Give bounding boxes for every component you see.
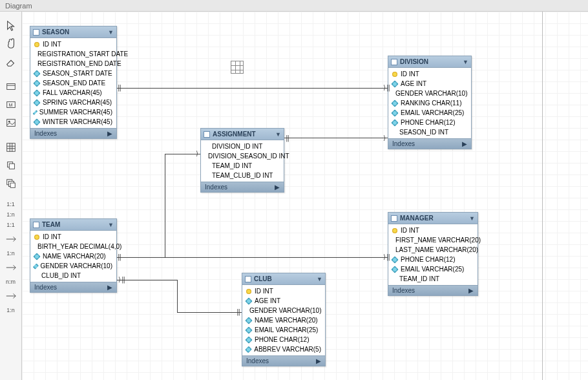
rel-1-n-a[interactable]: 1:n <box>6 211 15 218</box>
layer-tool[interactable]: M <box>3 97 19 112</box>
column-row[interactable]: CLUB_ID INT <box>30 271 116 280</box>
column-row[interactable]: GENDER VARCHAR(10) <box>30 261 116 271</box>
entity-title: ASSIGNMENT <box>213 131 256 138</box>
relationship-line <box>177 312 242 313</box>
collapse-icon[interactable]: ▼ <box>108 29 114 36</box>
entity-header[interactable]: MANAGER▼ <box>388 213 478 224</box>
expand-icon[interactable]: ▶ <box>275 184 280 191</box>
column-row[interactable]: TEAM_CLUB_ID INT <box>201 171 284 180</box>
column-row[interactable]: PHONE CHAR(12) <box>388 118 471 127</box>
column-row[interactable]: REGISTRATION_END DATE <box>30 59 116 69</box>
expand-icon[interactable]: ▶ <box>462 140 467 147</box>
expand-icon[interactable]: ▶ <box>316 357 321 364</box>
column-row[interactable]: NAME VARCHAR(20) <box>242 315 325 325</box>
rel-1-n-c[interactable]: 1:n <box>6 307 15 313</box>
column-row[interactable]: SEASON_ID INT <box>388 127 471 137</box>
column-row[interactable]: BIRTH_YEAR DECIMAL(4,0) <box>30 242 116 251</box>
column-row[interactable]: PHONE CHAR(12) <box>242 335 325 344</box>
column-row[interactable]: LAST_NAME VARCHAR(20) <box>388 245 478 255</box>
column-row[interactable]: SUMMER VARCHAR(45) <box>30 107 116 117</box>
entity-header[interactable]: CLUB▼ <box>242 273 325 285</box>
column-row[interactable]: SPRING VARCHAR(45) <box>30 98 116 107</box>
entity-footer[interactable]: Indexes▶ <box>30 282 116 292</box>
column-row[interactable]: TEAM_ID INT <box>388 274 478 284</box>
entity-header[interactable]: DIVISION▼ <box>388 56 471 68</box>
expand-icon[interactable]: ▶ <box>107 130 112 137</box>
svg-rect-4 <box>6 120 15 127</box>
svg-line-23 <box>13 293 16 296</box>
column-row[interactable]: GENDER VARCHAR(10) <box>388 89 471 98</box>
hand-tool[interactable] <box>3 36 19 52</box>
column-row[interactable]: ID INT <box>242 286 325 296</box>
entity-club[interactable]: CLUB▼ID INTAGE INTGENDER VARCHAR(10)NAME… <box>242 273 326 366</box>
column-text: ID INT <box>401 70 419 78</box>
column-icon <box>390 248 394 252</box>
column-row[interactable]: NAME VARCHAR(20) <box>30 251 116 261</box>
entity-header[interactable]: TEAM▼ <box>30 219 116 231</box>
rel-1-1-b[interactable]: 1:1 <box>6 222 15 228</box>
entity-team[interactable]: TEAM▼ID INTBIRTH_YEAR DECIMAL(4,0)NAME V… <box>30 218 117 293</box>
entity-body: ID INTFIRST_NAME VARCHAR(20)LAST_NAME VA… <box>388 224 478 285</box>
column-row[interactable]: RANKING CHAR(11) <box>388 98 471 108</box>
entity-footer[interactable]: Indexes▶ <box>388 285 478 295</box>
column-row[interactable]: DIVISION_SEASON_ID INT <box>201 151 284 161</box>
rel-icon-3[interactable] <box>3 288 19 304</box>
cardinality-icon: ⟩‖ <box>383 253 390 260</box>
collapse-icon[interactable]: ▼ <box>108 222 114 228</box>
entity-footer[interactable]: Indexes▶ <box>30 128 116 138</box>
diagram-canvas[interactable]: SEASON▼ID INTREGISTRATION_START DATEREGI… <box>22 12 588 380</box>
column-row[interactable]: ID INT <box>388 226 478 235</box>
rel-1-1-a[interactable]: 1:1 <box>6 201 15 207</box>
image-tool[interactable] <box>3 115 19 131</box>
entity-footer[interactable]: Indexes▶ <box>242 355 325 366</box>
column-row[interactable]: REGISTRATION_START DATE <box>30 49 116 59</box>
collapse-icon[interactable]: ▼ <box>275 131 281 138</box>
entity-assignment[interactable]: ASSIGNMENT▼DIVISION_ID INTDIVISION_SEASO… <box>200 128 284 193</box>
column-icon <box>33 79 40 87</box>
column-row[interactable]: AGE INT <box>242 296 325 306</box>
table-tool[interactable] <box>3 79 19 94</box>
column-row[interactable]: WINTER VARCHAR(45) <box>30 117 116 127</box>
column-text: SUMMER VARCHAR(45) <box>39 109 112 116</box>
expand-icon[interactable]: ▶ <box>468 287 474 294</box>
collapse-icon[interactable]: ▼ <box>469 215 475 222</box>
collapse-icon[interactable]: ▼ <box>463 59 468 65</box>
column-row[interactable]: DIVISION_ID INT <box>201 142 284 151</box>
column-row[interactable]: FIRST_NAME VARCHAR(20) <box>388 235 478 245</box>
column-row[interactable]: ID INT <box>388 69 471 79</box>
entity-manager[interactable]: MANAGER▼ID INTFIRST_NAME VARCHAR(20)LAST… <box>388 212 478 296</box>
entity-header[interactable]: ASSIGNMENT▼ <box>201 129 284 140</box>
column-text: PHONE CHAR(12) <box>401 119 455 126</box>
column-row[interactable]: SEASON_END DATE <box>30 78 116 88</box>
expand-icon[interactable]: ▶ <box>107 284 112 291</box>
column-row[interactable]: ABBREV VARCHAR(5) <box>242 344 325 354</box>
column-row[interactable]: EMAIL VARCHAR(25) <box>242 325 325 335</box>
collapse-icon[interactable]: ▼ <box>317 276 322 282</box>
column-row[interactable]: EMAIL VARCHAR(25) <box>388 264 478 274</box>
rel-n-m[interactable]: n:m <box>6 279 16 285</box>
pointer-tool[interactable] <box>3 18 19 34</box>
column-row[interactable]: AGE INT <box>388 79 471 89</box>
column-row[interactable]: SEASON_START DATE <box>30 69 116 78</box>
entity-footer[interactable]: Indexes▶ <box>201 182 284 192</box>
stack-tool[interactable] <box>3 176 19 191</box>
column-text: AGE INT <box>401 80 426 87</box>
grid-tool[interactable] <box>3 140 19 155</box>
copy-tool[interactable] <box>3 158 19 173</box>
eraser-tool[interactable] <box>3 54 19 70</box>
column-row[interactable]: GENDER VARCHAR(10) <box>242 306 325 315</box>
column-row[interactable]: PHONE CHAR(12) <box>388 255 478 264</box>
entity-season[interactable]: SEASON▼ID INTREGISTRATION_START DATEREGI… <box>30 26 117 139</box>
table-icon <box>245 276 251 282</box>
entity-division[interactable]: DIVISION▼ID INTAGE INTGENDER VARCHAR(10)… <box>388 56 472 149</box>
column-row[interactable]: TEAM_ID INT <box>201 161 284 171</box>
rel-1-n-b[interactable]: 1:n <box>6 250 15 257</box>
column-row[interactable]: EMAIL VARCHAR(25) <box>388 108 471 118</box>
entity-header[interactable]: SEASON▼ <box>30 26 116 38</box>
column-row[interactable]: ID INT <box>30 39 116 49</box>
rel-icon-1[interactable] <box>3 231 19 247</box>
column-row[interactable]: FALL VARCHAR(45) <box>30 88 116 98</box>
entity-footer[interactable]: Indexes▶ <box>388 138 471 149</box>
rel-icon-2[interactable] <box>3 260 19 275</box>
column-row[interactable]: ID INT <box>30 232 116 242</box>
